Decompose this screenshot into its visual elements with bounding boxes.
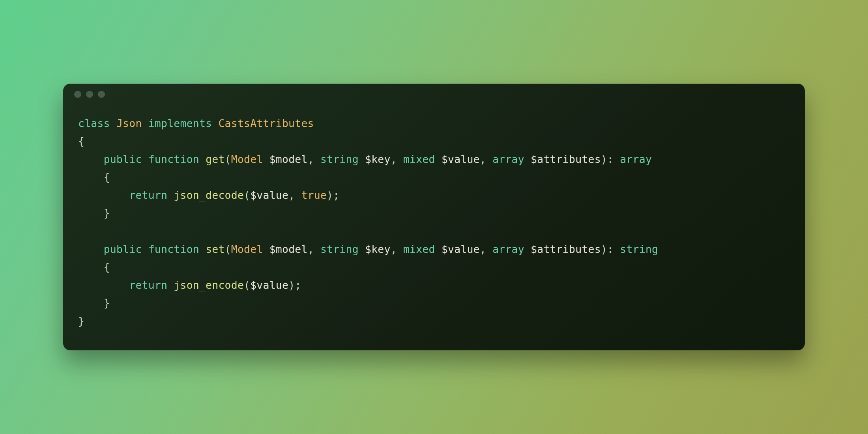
param-var: $value bbox=[441, 153, 480, 165]
semicolon: ; bbox=[295, 279, 301, 291]
keyword-return: return bbox=[129, 279, 167, 291]
param-type: mixed bbox=[403, 153, 435, 165]
function-call: json_encode bbox=[174, 279, 244, 291]
paren-open: ( bbox=[244, 189, 250, 201]
traffic-light-minimize-icon[interactable] bbox=[86, 91, 93, 98]
comma: , bbox=[391, 153, 403, 165]
keyword-function: function bbox=[148, 243, 199, 255]
paren-close: ) bbox=[327, 189, 333, 201]
arg: $value bbox=[250, 279, 288, 291]
semicolon: ; bbox=[333, 189, 339, 201]
param-type: Model bbox=[231, 153, 263, 165]
arg: $value bbox=[250, 189, 288, 201]
param-var: $attributes bbox=[531, 153, 601, 165]
comma: , bbox=[480, 243, 492, 255]
return-type: string bbox=[620, 243, 658, 255]
keyword-public: public bbox=[104, 243, 142, 255]
param-var: $attributes bbox=[531, 243, 601, 255]
param-var: $key bbox=[365, 153, 391, 165]
paren-close: ) bbox=[288, 279, 295, 291]
keyword-implements: implements bbox=[148, 117, 212, 129]
traffic-light-close-icon[interactable] bbox=[74, 91, 81, 98]
keyword-return: return bbox=[129, 189, 167, 201]
comma: , bbox=[308, 243, 320, 255]
paren-open: ( bbox=[225, 243, 231, 255]
code-block: class Json implements CastsAttributes { … bbox=[63, 105, 805, 351]
brace-open: { bbox=[78, 135, 84, 147]
keyword-public: public bbox=[104, 153, 142, 165]
param-var: $key bbox=[365, 243, 391, 255]
interface-name: CastsAttributes bbox=[218, 117, 314, 129]
comma: , bbox=[480, 153, 492, 165]
param-type: string bbox=[320, 153, 359, 165]
body-close: } bbox=[104, 207, 110, 219]
brace-close: } bbox=[78, 315, 84, 327]
comma: , bbox=[288, 189, 301, 201]
comma: , bbox=[308, 153, 320, 165]
function-call: json_decode bbox=[174, 189, 244, 201]
colon: : bbox=[607, 153, 620, 165]
method-name-set: set bbox=[206, 243, 224, 255]
paren-open: ( bbox=[244, 279, 250, 291]
keyword-function: function bbox=[148, 153, 199, 165]
param-var: $model bbox=[269, 243, 308, 255]
paren-close: ) bbox=[601, 153, 607, 165]
return-type: array bbox=[620, 153, 652, 165]
param-type: Model bbox=[231, 243, 263, 255]
colon: : bbox=[607, 243, 620, 255]
body-open: { bbox=[104, 171, 110, 183]
literal: true bbox=[301, 189, 327, 201]
method-name-get: get bbox=[206, 153, 224, 165]
param-var: $value bbox=[441, 243, 480, 255]
param-type: array bbox=[492, 153, 524, 165]
comma: , bbox=[391, 243, 403, 255]
paren-close: ) bbox=[601, 243, 607, 255]
param-type: string bbox=[320, 243, 359, 255]
code-window: class Json implements CastsAttributes { … bbox=[63, 84, 805, 351]
param-type: array bbox=[492, 243, 524, 255]
param-type: mixed bbox=[403, 243, 435, 255]
paren-open: ( bbox=[225, 153, 231, 165]
window-titlebar bbox=[63, 84, 805, 105]
class-name: Json bbox=[116, 117, 142, 129]
body-open: { bbox=[104, 261, 110, 273]
param-var: $model bbox=[269, 153, 308, 165]
body-close: } bbox=[104, 297, 110, 309]
keyword-class: class bbox=[78, 117, 110, 129]
traffic-light-maximize-icon[interactable] bbox=[98, 91, 105, 98]
